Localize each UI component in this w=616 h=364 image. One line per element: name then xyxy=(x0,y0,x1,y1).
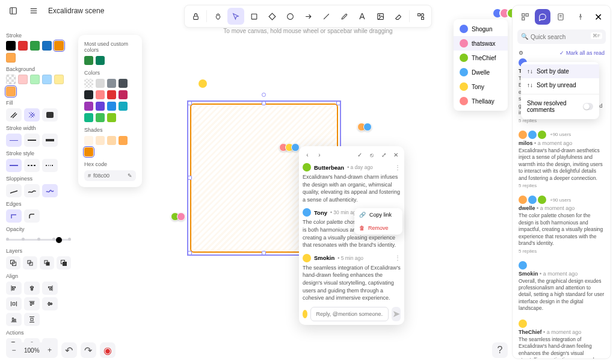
send-reply[interactable]: ➤ xyxy=(392,307,401,321)
collaborator-row[interactable]: Shogun xyxy=(454,22,508,36)
comment-pill[interactable] xyxy=(279,143,300,152)
bg-color-swatch[interactable] xyxy=(54,75,64,84)
bring-forward[interactable] xyxy=(40,256,54,270)
color-swatch[interactable] xyxy=(96,90,105,99)
comment-thread[interactable]: TheChief • a moment agoThe seamless inte… xyxy=(519,319,605,359)
bg-color-swatch[interactable] xyxy=(6,75,16,84)
sort-by-date[interactable]: ↑↓Sort by date xyxy=(521,64,599,78)
hex-input[interactable]: #f08c00 ✎ xyxy=(84,170,136,181)
color-swatch[interactable] xyxy=(96,79,105,88)
color-swatch[interactable] xyxy=(84,113,93,122)
message-more-icon[interactable]: ⋮ xyxy=(395,254,401,261)
slop-cartoon[interactable] xyxy=(42,184,58,197)
comment-pill[interactable] xyxy=(171,212,185,221)
thread-link-icon[interactable]: ⎋ xyxy=(367,150,377,159)
color-swatch[interactable] xyxy=(84,102,93,111)
shade-swatch[interactable] xyxy=(84,136,93,145)
shapes-library[interactable] xyxy=(412,8,429,25)
select-tool[interactable] xyxy=(227,8,244,25)
fill-solid[interactable] xyxy=(42,108,58,122)
slop-architect[interactable] xyxy=(6,184,22,197)
rotate-handle[interactable] xyxy=(262,93,266,97)
stroke-color-swatch[interactable] xyxy=(42,41,52,51)
shade-swatch[interactable] xyxy=(96,136,105,145)
comment-thread[interactable]: +90 usersdwelle • a moment agoThe color … xyxy=(519,196,605,253)
align-left[interactable] xyxy=(6,282,22,295)
eraser-tool[interactable] xyxy=(390,8,407,25)
zoom-in[interactable]: + xyxy=(43,344,57,357)
align-right[interactable] xyxy=(42,282,58,295)
help-button[interactable]: ? xyxy=(492,342,508,358)
color-swatch[interactable] xyxy=(96,113,105,122)
stroke-color-swatch[interactable] xyxy=(6,41,16,51)
reply-input[interactable] xyxy=(310,307,389,321)
stroke-dotted[interactable] xyxy=(42,159,58,172)
dist-v[interactable] xyxy=(24,313,40,326)
stroke-dashed[interactable] xyxy=(24,159,40,172)
color-swatch[interactable] xyxy=(84,79,93,88)
resize-handle-tm[interactable] xyxy=(262,101,266,105)
zoom-out[interactable]: − xyxy=(7,344,20,357)
color-swatch[interactable] xyxy=(107,102,116,111)
fill-hachure[interactable] xyxy=(6,108,22,122)
resize-handle-tl[interactable] xyxy=(188,101,192,105)
ctx-copy-link[interactable]: 🔗Copy link xyxy=(354,208,402,221)
stroke-color-swatch[interactable] xyxy=(30,41,40,51)
bg-color-swatch[interactable] xyxy=(6,87,16,96)
line-tool[interactable] xyxy=(318,8,334,25)
shade-swatch[interactable] xyxy=(107,136,116,145)
dist-h[interactable] xyxy=(6,297,22,310)
slop-artist[interactable] xyxy=(24,184,40,197)
bring-to-front[interactable] xyxy=(57,256,71,270)
thread-resolve-icon[interactable]: ✓ xyxy=(355,150,365,159)
hand-tool[interactable] xyxy=(209,8,226,25)
comment-thread[interactable]: Smokin • a moment agoOverall, the graphi… xyxy=(519,261,605,312)
color-swatch[interactable] xyxy=(119,90,128,99)
align-bottom[interactable] xyxy=(6,313,22,326)
color-swatch[interactable] xyxy=(96,102,105,111)
rectangle-tool[interactable] xyxy=(245,8,262,25)
zoom-value[interactable]: 100% xyxy=(20,347,43,354)
stroke-med[interactable] xyxy=(24,134,40,147)
show-resolved-toggle[interactable]: Show resolved comments xyxy=(521,96,599,117)
close-panel[interactable]: ✕ xyxy=(591,9,606,25)
ctx-remove[interactable]: 🗑Remove xyxy=(354,221,402,235)
bg-color-swatch[interactable] xyxy=(42,75,52,84)
undo-button[interactable]: ↶ xyxy=(61,342,77,358)
message-more-icon[interactable]: ⋮ xyxy=(395,164,401,171)
tab-comments[interactable] xyxy=(535,9,550,25)
edge-round[interactable] xyxy=(24,209,40,223)
prev-thread[interactable]: ‹ xyxy=(303,150,312,159)
thread-close-icon[interactable]: ✕ xyxy=(391,150,401,159)
image-tool[interactable] xyxy=(372,8,389,25)
color-swatch[interactable] xyxy=(84,56,93,65)
color-swatch[interactable] xyxy=(119,102,128,111)
align-vcenter[interactable] xyxy=(42,297,58,310)
collaborator-row[interactable]: Tony xyxy=(454,79,508,94)
color-swatch[interactable] xyxy=(84,90,93,99)
next-thread[interactable]: › xyxy=(315,150,324,159)
collaborator-row[interactable]: Dwelle xyxy=(454,65,508,79)
tab-library[interactable] xyxy=(517,9,532,25)
draw-tool[interactable] xyxy=(336,8,353,25)
color-swatch[interactable] xyxy=(107,113,116,122)
align-top[interactable] xyxy=(24,297,40,310)
stroke-color-swatch[interactable] xyxy=(18,41,28,51)
collaborator-row[interactable]: Thellaay xyxy=(454,94,508,108)
thread-expand-icon[interactable]: ⤢ xyxy=(379,150,389,159)
redo-button[interactable]: ↷ xyxy=(81,342,96,358)
stroke-thin[interactable] xyxy=(6,134,22,147)
resize-handle-bl[interactable] xyxy=(188,251,192,255)
resize-handle-bm[interactable] xyxy=(262,251,266,255)
color-swatch[interactable] xyxy=(107,79,116,88)
mark-all-read[interactable]: ✓ Mark all as read xyxy=(559,50,605,56)
comment-pill[interactable] xyxy=(357,123,372,131)
arrow-tool[interactable] xyxy=(300,8,316,25)
toggle[interactable] xyxy=(583,103,593,110)
sort-by-unread[interactable]: ↑↓Sort by unread xyxy=(521,78,599,92)
stroke-thick[interactable] xyxy=(42,134,58,147)
color-swatch[interactable] xyxy=(119,79,128,88)
comment-thread[interactable]: +90 usersmilos • a moment agoExcalidraw'… xyxy=(519,131,605,188)
send-backward[interactable] xyxy=(23,256,37,270)
send-to-back[interactable] xyxy=(6,256,20,270)
